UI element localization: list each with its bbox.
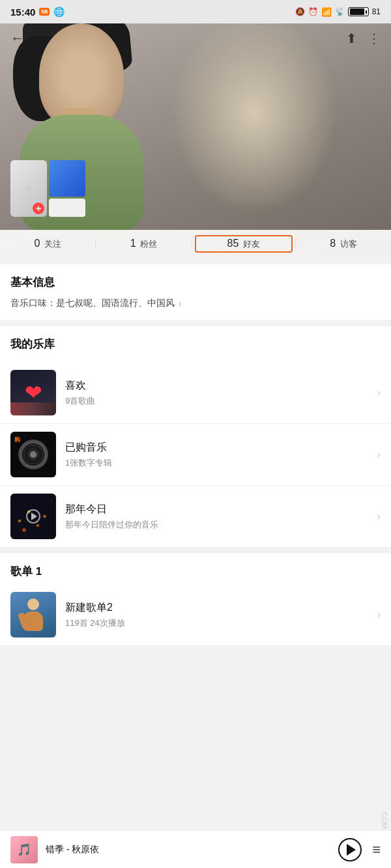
liked-thumbnail: ❤ xyxy=(10,370,56,415)
songlist-meta-1: 119首 24次播放 xyxy=(65,617,377,629)
player-song-name: 错季 - 秋原依 xyxy=(46,844,338,856)
liked-pattern xyxy=(10,402,56,415)
songlist-info-1: 新建歌单2 119首 24次播放 xyxy=(65,601,377,629)
stat-fans-label: 粉丝 xyxy=(140,239,157,249)
status-time: 15:40 xyxy=(10,7,35,18)
back-button[interactable]: ← xyxy=(10,30,25,47)
liked-subtitle: 9首歌曲 xyxy=(65,395,377,407)
player-album-inner: 🎵 xyxy=(10,836,38,863)
purchased-chevron: › xyxy=(377,449,381,460)
memories-play-triangle xyxy=(31,512,37,520)
stat-visitors-label: 访客 xyxy=(340,239,357,249)
basic-info-section: 基本信息 音乐口味：是七叔呢、国语流行、中国风 › xyxy=(0,264,391,320)
songlist-figure xyxy=(19,598,48,637)
stat-fans-number: 1 xyxy=(130,238,136,249)
signal-icon: 📶 xyxy=(321,7,332,17)
library-title: 我的乐库 xyxy=(10,337,381,352)
vinyl-disc xyxy=(18,440,48,469)
stat-following-number: 0 xyxy=(34,238,40,249)
music-taste-row[interactable]: 音乐口味：是七叔呢、国语流行、中国风 › xyxy=(10,298,381,309)
vinyl-center xyxy=(30,451,36,458)
wifi-icon: 📡 xyxy=(335,7,345,16)
avatar-main[interactable]: + xyxy=(10,160,47,217)
stat-visitors-number: 8 xyxy=(330,238,336,249)
player-song-info: 错季 - 秋原依 xyxy=(46,844,338,856)
liked-info: 喜欢 9首歌曲 xyxy=(65,379,377,407)
stat-friends-number: 85 xyxy=(227,238,239,249)
songlist-section: 歌单 1 新建歌单2 119首 24次播放 › xyxy=(0,553,391,646)
library-item-memories[interactable]: 那年今日 那年今日陪伴过你的音乐 › xyxy=(0,486,391,547)
library-item-liked[interactable]: ❤ 喜欢 9首歌曲 › xyxy=(0,362,391,424)
stats-bar: 0 关注 1 粉丝 85 好友 8 访客 xyxy=(0,230,391,258)
status-icons: 🔕 ⏰ 📶 📡 81 xyxy=(295,7,381,17)
status-bar: 15:40 MI 🌐 🔕 ⏰ 📶 📡 81 xyxy=(0,0,391,23)
songlist-name-1: 新建歌单2 xyxy=(65,601,377,615)
liked-chevron: › xyxy=(377,387,381,399)
stat-fans[interactable]: 1 粉丝 xyxy=(96,238,191,250)
memories-play-icon xyxy=(26,509,40,524)
stat-visitors[interactable]: 8 访客 xyxy=(296,238,391,250)
player-bar: 🎵 错季 - 秋原依 ≡ xyxy=(0,830,391,868)
avatar-area: + xyxy=(10,160,85,219)
stat-divider-2 xyxy=(192,240,192,247)
library-header: 我的乐库 xyxy=(0,326,391,362)
avatar-small-2 xyxy=(49,199,85,217)
purchased-subtitle: 1张数字专辑 xyxy=(65,457,377,469)
player-controls: ≡ xyxy=(338,838,381,861)
memories-subtitle: 那年今日陪伴过你的音乐 xyxy=(65,519,377,531)
mute-icon: 🔕 xyxy=(295,7,305,16)
memories-info: 那年今日 那年今日陪伴过你的音乐 xyxy=(65,503,377,531)
basic-info-title: 基本信息 xyxy=(10,275,381,290)
share-icon[interactable]: ⬆ xyxy=(346,31,357,46)
mi-icon: MI xyxy=(39,8,50,16)
watermark-com: COM xyxy=(378,811,391,830)
songlist-item-1[interactable]: 新建歌单2 119首 24次播放 › xyxy=(0,584,391,646)
avatar-small-1 xyxy=(49,160,85,197)
player-play-button[interactable] xyxy=(338,838,362,861)
stat-friends-label: 好友 xyxy=(243,239,260,249)
stat-following[interactable]: 0 关注 xyxy=(0,238,95,250)
songlist-chevron-1: › xyxy=(377,609,381,621)
battery xyxy=(348,7,369,16)
library-section: 我的乐库 ❤ 喜欢 9首歌曲 › 购 已购音乐 1张数 xyxy=(0,326,391,547)
avatar-grid: + xyxy=(10,160,85,219)
memories-thumbnail xyxy=(10,494,56,539)
alarm-icon: ⏰ xyxy=(308,7,318,16)
library-item-purchased[interactable]: 购 已购音乐 1张数字专辑 › xyxy=(0,424,391,486)
songlist-title: 歌单 1 xyxy=(10,565,42,578)
top-right-icons: ⬆ ⋮ xyxy=(346,31,381,46)
battery-percent: 81 xyxy=(372,7,381,16)
songlist-thumbnail-1 xyxy=(10,592,56,637)
songlist-header: 歌单 1 xyxy=(0,553,391,584)
purchased-tag: 购 xyxy=(14,436,20,444)
music-taste-text: 音乐口味：是七叔呢、国语流行、中国风 xyxy=(10,298,175,309)
purchased-title: 已购音乐 xyxy=(65,441,377,455)
stat-friends[interactable]: 85 好友 xyxy=(195,235,293,253)
hero-section: ← ⬆ ⋮ + 0 关注 1 粉丝 85 好友 xyxy=(0,23,391,258)
main-content: 基本信息 音乐口味：是七叔呢、国语流行、中国风 › 我的乐库 ❤ 喜欢 9首歌曲… xyxy=(0,264,391,698)
top-bar: ← ⬆ ⋮ xyxy=(0,23,391,53)
purchased-info: 已购音乐 1张数字专辑 xyxy=(65,441,377,469)
player-album-art: 🎵 xyxy=(10,836,38,863)
memories-title: 那年今日 xyxy=(65,503,377,516)
figure-head xyxy=(27,598,39,610)
more-icon[interactable]: ⋮ xyxy=(368,31,381,46)
memories-chevron: › xyxy=(377,511,381,522)
player-playlist-button[interactable]: ≡ xyxy=(372,841,381,858)
bottom-spacer xyxy=(0,646,391,698)
music-taste-chevron: › xyxy=(179,298,182,309)
hero-background xyxy=(0,23,391,258)
heart-icon: ❤ xyxy=(25,380,42,405)
liked-title: 喜欢 xyxy=(65,379,377,393)
purchased-thumbnail: 购 xyxy=(10,432,56,477)
stat-following-label: 关注 xyxy=(44,239,61,249)
com-text: COM xyxy=(381,812,388,829)
globe-icon: 🌐 xyxy=(53,7,65,17)
play-triangle-icon xyxy=(347,844,356,856)
